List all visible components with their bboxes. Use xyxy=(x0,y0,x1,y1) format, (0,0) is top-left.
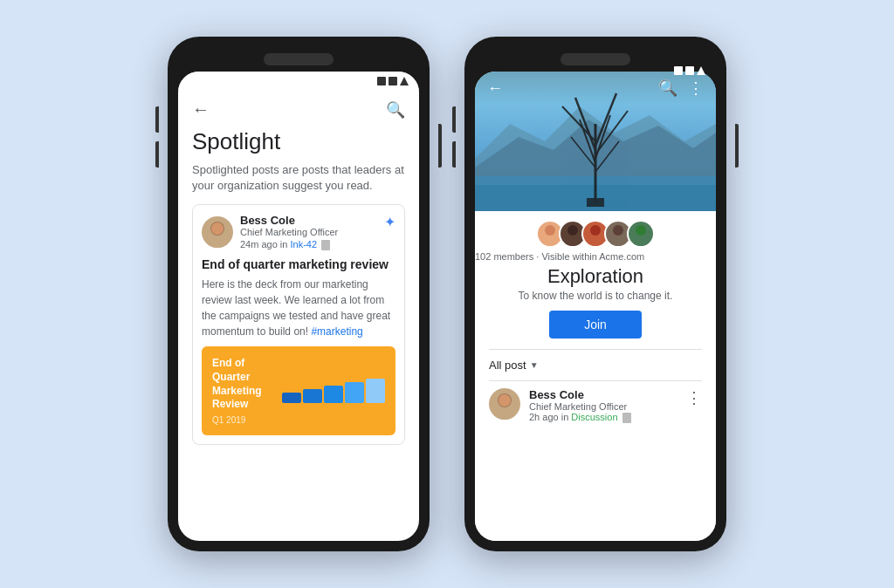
svg-point-24 xyxy=(613,225,623,236)
member-avatar-5 xyxy=(627,220,655,248)
phone-1: ← 🔍 Spotlight Spotlighted posts are post… xyxy=(168,37,430,551)
attachment-visual xyxy=(282,379,385,403)
hero-search-button[interactable]: 🔍 xyxy=(658,79,677,98)
svg-rect-17 xyxy=(587,198,604,207)
filter-row[interactable]: All post ▼ xyxy=(475,350,716,380)
phone-2-power-button xyxy=(735,124,739,168)
svg-point-21 xyxy=(565,236,581,246)
stack-layer-3 xyxy=(324,386,343,403)
member-avatars-row xyxy=(475,211,716,251)
spotlight-description: Spotlighted posts are posts that leaders… xyxy=(178,162,419,204)
svg-point-25 xyxy=(610,236,626,246)
spotlight-title: Spotlight xyxy=(178,128,419,162)
phone-1-status-bar xyxy=(178,72,419,91)
author-avatar xyxy=(202,216,233,248)
svg-point-22 xyxy=(590,225,601,236)
hero-icons-right: 🔍 ⋮ xyxy=(658,79,704,98)
stack-layer-5 xyxy=(366,379,385,403)
svg-point-23 xyxy=(588,236,603,246)
join-button[interactable]: Join xyxy=(549,311,642,338)
status-icons xyxy=(377,77,409,85)
post-author-avatar xyxy=(489,388,520,420)
post-attachment[interactable]: End of Quarter Marketing Review Q1 2019 xyxy=(202,346,395,434)
phone-1-vol-down xyxy=(155,141,159,168)
author-meta: 24m ago in Ink-42 xyxy=(240,239,338,250)
svg-point-1 xyxy=(207,236,228,248)
sparkle-icon: ✦ xyxy=(384,214,395,230)
svg-point-26 xyxy=(636,225,646,236)
svg-point-18 xyxy=(545,225,555,236)
author-info: Bess Cole Chief Marketing Officer 24m ag… xyxy=(202,214,338,250)
filter-arrow-icon: ▼ xyxy=(530,360,539,370)
post-author-row: Bess Cole Chief Marketing Officer 24m ag… xyxy=(202,214,395,250)
phone-2: ← 🔍 ⋮ xyxy=(464,37,726,551)
member-count: 102 members · Visible within Acme.com xyxy=(475,251,716,262)
post-community-link[interactable]: Discussion xyxy=(571,412,617,422)
community-link[interactable]: Ink-42 xyxy=(291,239,318,250)
group-name: Exploration xyxy=(475,265,716,288)
battery-icon xyxy=(400,77,409,85)
stack-layer-4 xyxy=(345,382,364,403)
signal-icon xyxy=(377,77,386,85)
svg-point-29 xyxy=(494,407,515,420)
phone-2-vol-down xyxy=(452,141,456,168)
svg-point-27 xyxy=(633,236,649,246)
battery-icon-2 xyxy=(697,72,705,75)
phone-1-content: ← 🔍 Spotlight Spotlighted posts are post… xyxy=(178,91,419,541)
stack-layer-1 xyxy=(282,393,301,403)
signal-icon-2 xyxy=(674,72,683,75)
wifi-icon xyxy=(389,77,397,85)
group-name-container: Exploration To know the world is to chan… xyxy=(475,265,716,349)
post-card: Bess Cole Chief Marketing Officer 24m ag… xyxy=(192,204,405,444)
post-item: Bess Cole Chief Marketing Officer 2h ago… xyxy=(475,381,716,430)
post-more-button[interactable]: ⋮ xyxy=(686,388,702,407)
phone-1-header: ← 🔍 xyxy=(178,91,419,128)
stack-layer-2 xyxy=(303,389,322,403)
phone-1-notch xyxy=(178,47,419,72)
phone-1-screen: ← 🔍 Spotlight Spotlighted posts are post… xyxy=(178,72,419,541)
filter-label: All post xyxy=(489,359,526,372)
post-item-meta: 2h ago in Discussion xyxy=(529,412,677,423)
phone-1-vol-up xyxy=(155,106,159,133)
hero-back-button[interactable]: ← xyxy=(487,79,503,98)
phone-2-vol-up xyxy=(452,106,456,133)
group-info-container: 102 members · Visible within Acme.com Ex… xyxy=(475,211,716,541)
author-name: Bess Cole xyxy=(240,214,338,227)
hero-more-button[interactable]: ⋮ xyxy=(688,79,704,98)
doc-icon xyxy=(622,413,631,423)
post-body: Here is the deck from our marketing revi… xyxy=(202,277,395,339)
post-item-author-name: Bess Cole xyxy=(529,388,677,401)
attachment-text-block: End of Quarter Marketing Review Q1 2019 xyxy=(212,357,282,424)
svg-point-20 xyxy=(567,225,578,236)
phone-1-notch-bar xyxy=(264,53,334,65)
hashtag-link[interactable]: #marketing xyxy=(311,325,362,338)
phone-1-power-button xyxy=(438,124,442,168)
search-button[interactable]: 🔍 xyxy=(386,100,405,120)
author-details: Bess Cole Chief Marketing Officer 24m ag… xyxy=(240,214,338,250)
attachment-quarter: Q1 2019 xyxy=(212,415,282,425)
author-role: Chief Marketing Officer xyxy=(240,227,338,237)
wifi-icon-2 xyxy=(685,72,694,75)
svg-point-19 xyxy=(542,236,558,246)
hero-image: ← 🔍 ⋮ xyxy=(475,72,716,211)
status-icons-2 xyxy=(674,72,705,75)
attachment-title: End of Quarter Marketing Review xyxy=(212,357,282,411)
svg-point-2 xyxy=(211,222,224,235)
phone-2-screen: ← 🔍 ⋮ xyxy=(475,72,716,541)
post-item-author-role: Chief Marketing Officer xyxy=(529,401,677,412)
back-button[interactable]: ← xyxy=(192,99,210,120)
phone-2-status-bar xyxy=(475,72,716,80)
phones-container: ← 🔍 Spotlight Spotlighted posts are post… xyxy=(0,19,894,569)
post-item-content: Bess Cole Chief Marketing Officer 2h ago… xyxy=(529,388,677,423)
post-title: End of quarter marketing review xyxy=(202,257,395,271)
group-tagline: To know the world is to change it. xyxy=(475,290,716,302)
svg-point-30 xyxy=(499,394,511,407)
